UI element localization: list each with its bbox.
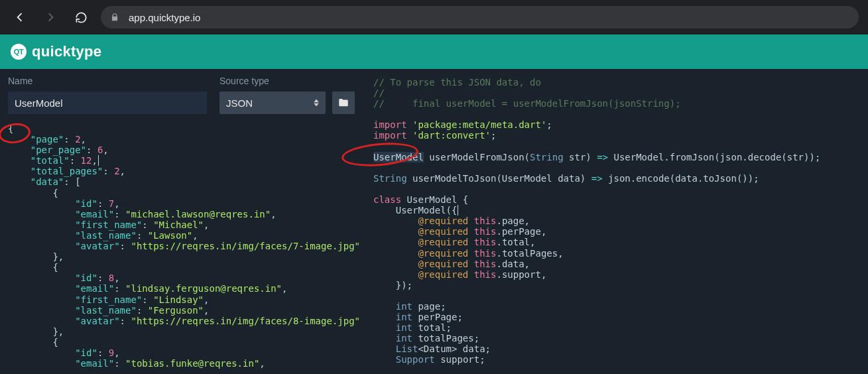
url-text: app.quicktype.io bbox=[129, 12, 200, 23]
browser-chrome: app.quicktype.io bbox=[0, 0, 868, 34]
input-panel: Name Source type JSON bbox=[0, 69, 363, 374]
name-label: Name bbox=[8, 76, 213, 86]
chevron-updown-icon bbox=[314, 99, 319, 107]
open-file-button[interactable] bbox=[332, 92, 355, 114]
app-header: QT quicktype bbox=[0, 34, 868, 69]
back-button[interactable] bbox=[9, 7, 31, 28]
output-panel: // To parse this JSON data, do // // fin… bbox=[363, 69, 868, 374]
dart-output[interactable]: // To parse this JSON data, do // // fin… bbox=[373, 77, 857, 365]
name-input[interactable] bbox=[8, 92, 207, 114]
forward-button[interactable] bbox=[40, 7, 61, 28]
reload-button[interactable] bbox=[70, 7, 92, 28]
brand-badge: QT bbox=[11, 44, 27, 60]
brand-title: quicktype bbox=[32, 43, 101, 60]
source-type-select[interactable]: JSON bbox=[219, 92, 326, 114]
source-type-value: JSON bbox=[226, 97, 253, 109]
source-type-label: Source type bbox=[219, 76, 355, 86]
json-editor[interactable]: { "page": 2, "per_page": 6, "total": 12,… bbox=[8, 123, 355, 369]
url-bar[interactable]: app.quicktype.io bbox=[101, 6, 859, 29]
lock-icon bbox=[110, 13, 119, 22]
